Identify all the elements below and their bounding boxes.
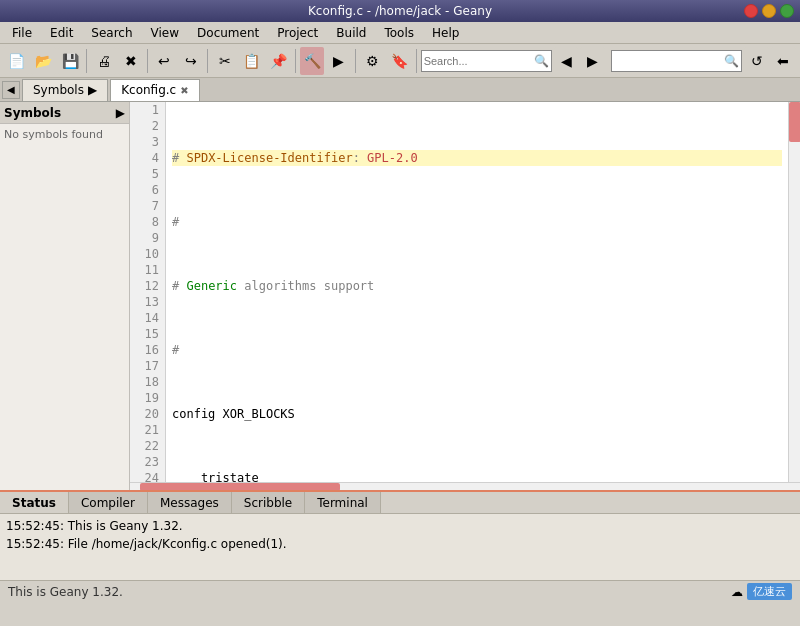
- status-line-1: 15:52:45: This is Geany 1.32.: [6, 517, 794, 535]
- line-numbers: 12345 678910 1112131415 1617181920 21222…: [130, 102, 166, 482]
- separator-5: [355, 49, 356, 73]
- close-doc-button[interactable]: ✖: [118, 47, 143, 75]
- menu-tools[interactable]: Tools: [376, 24, 422, 42]
- status-tab-scribble[interactable]: Scribble: [232, 492, 305, 513]
- menu-help[interactable]: Help: [424, 24, 467, 42]
- bottom-bar: This is Geany 1.32. ☁ 亿速云: [0, 580, 800, 602]
- code-line-5: config XOR_BLOCKS: [172, 406, 782, 422]
- editor-hscroll[interactable]: [130, 482, 800, 490]
- no-symbols-label: No symbols found: [4, 128, 103, 141]
- logo-text: 亿速云: [747, 583, 792, 600]
- undo-button[interactable]: ↩: [152, 47, 177, 75]
- sidebar-header: Symbols ▶: [0, 102, 129, 124]
- tab-bar: ◀ Symbols ▶ Kconfig.c ✖: [0, 78, 800, 102]
- status-line-2: 15:52:45: File /home/jack/Kconfig.c open…: [6, 535, 794, 553]
- menu-document[interactable]: Document: [189, 24, 267, 42]
- status-text-1: 15:52:45: This is Geany 1.32.: [6, 519, 183, 533]
- menu-view[interactable]: View: [143, 24, 187, 42]
- minimize-button[interactable]: [762, 4, 776, 18]
- sidebar-arrow: ▶: [116, 106, 125, 120]
- hscroll-thumb[interactable]: [140, 483, 340, 490]
- run-button[interactable]: ▶: [326, 47, 351, 75]
- menu-build[interactable]: Build: [328, 24, 374, 42]
- code-editor[interactable]: 12345 678910 1112131415 1617181920 21222…: [130, 102, 800, 490]
- sidebar-title: Symbols: [4, 106, 61, 120]
- tab-symbols-arrow: ▶: [88, 83, 97, 97]
- status-tab-status[interactable]: Status: [0, 492, 69, 513]
- search-next-button[interactable]: ▶: [580, 47, 605, 75]
- menu-search[interactable]: Search: [83, 24, 140, 42]
- editor-vscroll[interactable]: [788, 102, 800, 482]
- tab-symbols-label: Symbols: [33, 83, 84, 97]
- bookmark-button[interactable]: 🔖: [387, 47, 412, 75]
- sidebar: Symbols ▶ No symbols found: [0, 102, 130, 490]
- preferences-button[interactable]: ⚙: [360, 47, 385, 75]
- code-line-4: #: [172, 342, 782, 358]
- maximize-button[interactable]: [780, 4, 794, 18]
- tab-symbols[interactable]: Symbols ▶: [22, 79, 108, 101]
- build-button[interactable]: 🔨: [300, 47, 325, 75]
- separator-6: [416, 49, 417, 73]
- status-tab-terminal[interactable]: Terminal: [305, 492, 381, 513]
- new-button[interactable]: 📄: [4, 47, 29, 75]
- vscroll-thumb[interactable]: [789, 102, 800, 142]
- jump-button[interactable]: ↺: [744, 47, 769, 75]
- sidebar-content: No symbols found: [0, 124, 129, 490]
- status-content: 15:52:45: This is Geany 1.32. 15:52:45: …: [0, 514, 800, 580]
- open-button[interactable]: 📂: [31, 47, 56, 75]
- menu-file[interactable]: File: [4, 24, 40, 42]
- tab-nav-left[interactable]: ◀: [2, 81, 20, 99]
- status-tabs: Status Compiler Messages Scribble Termin…: [0, 492, 800, 514]
- logo-cloud-icon: ☁: [731, 585, 743, 599]
- tab-kconfig[interactable]: Kconfig.c ✖: [110, 79, 199, 101]
- print-button[interactable]: 🖨: [91, 47, 116, 75]
- status-text-2: 15:52:45: File /home/jack/Kconfig.c open…: [6, 537, 287, 551]
- replace-input[interactable]: [614, 55, 724, 67]
- toolbar: 📄 📂 💾 🖨 ✖ ↩ ↪ ✂ 📋 📌 🔨 ▶ ⚙ 🔖 🔍 ◀ ▶ 🔍 ↺ ⬅: [0, 44, 800, 78]
- code-line-6: tristate: [172, 470, 782, 482]
- tab-kconfig-label: Kconfig.c: [121, 83, 176, 97]
- separator-2: [147, 49, 148, 73]
- search-input[interactable]: [424, 55, 534, 67]
- menu-edit[interactable]: Edit: [42, 24, 81, 42]
- menu-bar: File Edit Search View Document Project B…: [0, 22, 800, 44]
- code-line-1: # SPDX-License-Identifier: GPL-2.0: [172, 150, 782, 166]
- paste-button[interactable]: 📌: [266, 47, 291, 75]
- save-button[interactable]: 💾: [58, 47, 83, 75]
- redo-button[interactable]: ↪: [179, 47, 204, 75]
- title-bar: Kconfig.c - /home/jack - Geany: [0, 0, 800, 22]
- separator-3: [207, 49, 208, 73]
- window-controls: [744, 4, 794, 18]
- bottom-status-text: This is Geany 1.32.: [8, 585, 123, 599]
- code-line-2: #: [172, 214, 782, 230]
- separator-4: [295, 49, 296, 73]
- code-line-3: # Generic algorithms support: [172, 278, 782, 294]
- status-area: Status Compiler Messages Scribble Termin…: [0, 490, 800, 580]
- status-tab-messages[interactable]: Messages: [148, 492, 232, 513]
- replace-icon: 🔍: [724, 54, 739, 68]
- code-lines[interactable]: # SPDX-License-Identifier: GPL-2.0 # # G…: [166, 102, 788, 482]
- back-button[interactable]: ⬅: [771, 47, 796, 75]
- logo-area: ☁ 亿速云: [731, 583, 792, 600]
- search-box[interactable]: 🔍: [421, 50, 552, 72]
- search-icon: 🔍: [534, 54, 549, 68]
- main-area: Symbols ▶ No symbols found 12345 678910 …: [0, 102, 800, 490]
- code-content: 12345 678910 1112131415 1617181920 21222…: [130, 102, 800, 482]
- copy-button[interactable]: 📋: [239, 47, 264, 75]
- search-prev-button[interactable]: ◀: [554, 47, 579, 75]
- status-tab-compiler[interactable]: Compiler: [69, 492, 148, 513]
- replace-box[interactable]: 🔍: [611, 50, 742, 72]
- tab-close-button[interactable]: ✖: [180, 85, 188, 96]
- close-button[interactable]: [744, 4, 758, 18]
- cut-button[interactable]: ✂: [212, 47, 237, 75]
- menu-project[interactable]: Project: [269, 24, 326, 42]
- separator-1: [86, 49, 87, 73]
- window-title: Kconfig.c - /home/jack - Geany: [308, 4, 492, 18]
